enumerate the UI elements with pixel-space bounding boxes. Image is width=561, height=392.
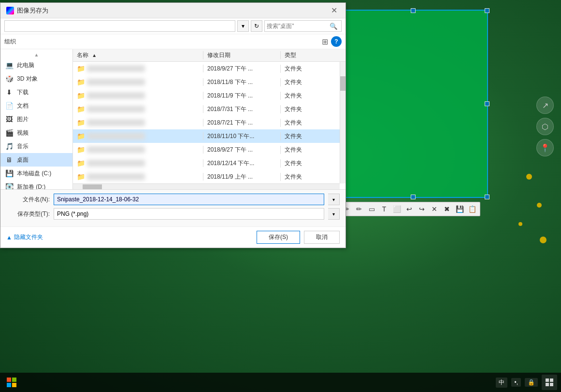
svg-rect-4 <box>546 378 549 382</box>
sidebar-label-documents: 文档 <box>17 102 29 110</box>
address-input[interactable] <box>4 20 235 32</box>
ime-chinese[interactable]: 中 <box>496 378 507 388</box>
table-row[interactable]: 📁 2018/7/31 下午 ... 文件夹 <box>73 102 345 116</box>
vscroll-thumb[interactable] <box>340 76 345 91</box>
deco-dot-4 <box>540 237 547 243</box>
sidebar-item-music[interactable]: 🎵 音乐 <box>0 140 72 153</box>
cancel-button[interactable]: 取消 <box>304 231 340 244</box>
nav-left: 组织 <box>4 38 16 46</box>
folder-icon: 📁 <box>77 132 85 140</box>
toolbar-save-btn[interactable]: 💾 <box>454 203 465 215</box>
deco-dot-2 <box>537 203 542 208</box>
sidebar-item-local-disk[interactable]: 💾 本地磁盘 (C:) <box>0 167 72 180</box>
file-list-vscroll[interactable] <box>340 62 345 183</box>
table-row[interactable]: 📁 2018/9/27 下午 ... 文件夹 <box>73 62 345 75</box>
ime-punctuation[interactable]: •, <box>511 378 521 387</box>
file-list-hscroll[interactable] <box>73 183 340 189</box>
table-row[interactable]: 📁 2018/11/10 下午... 文件夹 <box>73 129 345 143</box>
selection-rectangle[interactable] <box>338 10 488 198</box>
filetype-row: 保存类型(T): PNG (*.png) ▾ <box>6 208 340 220</box>
filetype-select[interactable]: PNG (*.png) <box>54 208 324 220</box>
ime-lock[interactable]: 🔒 <box>525 378 538 387</box>
toolbar-undo-btn[interactable]: ↩ <box>403 203 415 215</box>
filename-dropdown-btn[interactable]: ▾ <box>328 194 340 205</box>
search-input[interactable] <box>265 21 328 31</box>
folder-icon: 📁 <box>77 173 85 181</box>
file-type: 文件夹 <box>281 146 345 154</box>
filetype-dropdown-btn[interactable]: ▾ <box>328 208 340 220</box>
column-date[interactable]: 修改日期 <box>203 51 281 59</box>
folder-icon: 📁 <box>77 146 85 154</box>
sidebar-item-new-volume[interactable]: 💽 新加卷 (D:) <box>0 180 72 189</box>
nav-toolbar: 组织 ⊞ ? <box>0 34 345 49</box>
dialog-title: 图像另存为 <box>6 6 48 15</box>
toolbar-copy-btn[interactable]: 📋 <box>466 203 478 215</box>
table-row[interactable]: 📁 2018/9/27 下午 ... 文件夹 <box>73 143 345 156</box>
file-date: 2018/9/27 下午 ... <box>203 146 281 154</box>
table-row[interactable]: 📁 2018/11/9 下午 ... 文件夹 <box>73 89 345 102</box>
resize-handle-bm[interactable] <box>411 195 416 199</box>
sidebar-item-desktop[interactable]: 🖥 桌面 <box>0 153 72 167</box>
organize-label[interactable]: 组织 <box>4 38 16 46</box>
help-btn[interactable]: ? <box>331 36 342 47</box>
resize-handle-br[interactable] <box>485 195 489 199</box>
table-row[interactable]: 📁 2018/7/21 下午 ... 文件夹 <box>73 116 345 129</box>
toolbar-delete-btn[interactable]: ✕ <box>429 203 440 215</box>
dialog-close-button[interactable]: ✕ <box>328 5 340 16</box>
sidebar-item-downloads[interactable]: ⬇ 下载 <box>0 85 72 99</box>
toolbar-redo-btn[interactable]: ↪ <box>416 203 428 215</box>
sidebar-item-this-pc[interactable]: 💻 此电脑 <box>0 58 72 72</box>
sidebar-item-videos[interactable]: 🎬 视频 <box>0 126 72 140</box>
folder-icon: 📁 <box>77 159 85 167</box>
file-name-blurred <box>87 79 145 85</box>
hide-folders-toggle[interactable]: ▲ 隐藏文件夹 <box>6 233 43 241</box>
sidebar-item-pictures[interactable]: 🖼 图片 <box>0 112 72 126</box>
hscroll-thumb[interactable] <box>83 184 102 189</box>
file-list-header: 名称 ▲ 修改日期 类型 <box>73 49 345 62</box>
local-disk-icon: 💾 <box>4 168 14 178</box>
file-type: 文件夹 <box>281 78 345 86</box>
sidebar-label-downloads: 下载 <box>17 88 29 97</box>
taskbar-left <box>4 375 19 390</box>
side-tool-2[interactable]: ⬡ <box>536 118 554 135</box>
save-button[interactable]: 保存(S) <box>257 231 300 244</box>
toolbar-fill-btn[interactable]: ⬜ <box>391 203 403 215</box>
resize-handle-mr[interactable] <box>485 101 489 106</box>
address-refresh-btn[interactable]: ↻ <box>251 20 262 32</box>
column-name[interactable]: 名称 ▲ <box>73 51 203 59</box>
file-date: 2018/9/27 下午 ... <box>203 65 281 73</box>
table-row[interactable]: 📁 2018/11/8 下午 ... 文件夹 <box>73 75 345 89</box>
file-type: 文件夹 <box>281 92 345 100</box>
table-row[interactable]: 📁 2018/12/14 下午... 文件夹 <box>73 156 345 170</box>
side-tool-3[interactable]: 📍 <box>536 139 554 156</box>
save-image-dialog: 图像另存为 ✕ ▾ ↻ 🔍 组织 ⊞ ? <box>0 2 346 248</box>
side-tool-1[interactable]: ↗ <box>536 97 554 114</box>
action-buttons: 保存(S) 取消 <box>257 231 340 244</box>
toolbar-eraser-btn[interactable]: ✏ <box>353 203 365 215</box>
sidebar-label-this-pc: 此电脑 <box>17 61 34 70</box>
file-name-blurred <box>87 65 145 72</box>
file-name-blurred <box>87 133 145 140</box>
dialog-titlebar: 图像另存为 ✕ <box>0 3 345 18</box>
3d-objects-icon: 🎲 <box>4 74 14 84</box>
toolbar-cancel-btn[interactable]: ✖ <box>441 203 453 215</box>
windows-icon <box>6 7 14 14</box>
table-row[interactable]: 📁 2018/11/9 上午 ... 文件夹 <box>73 170 345 183</box>
sidebar-scroll-up[interactable]: ▲ <box>0 51 72 58</box>
address-dropdown-btn[interactable]: ▾ <box>237 20 249 32</box>
search-submit-btn[interactable]: 🔍 <box>328 20 339 32</box>
toolbar-text-btn[interactable]: T <box>378 203 390 215</box>
sidebar-item-documents[interactable]: 📄 文档 <box>0 99 72 112</box>
folder-icon: 📁 <box>77 92 85 99</box>
filename-input[interactable] <box>54 194 324 205</box>
filename-label: 文件名(N): <box>6 196 50 204</box>
folder-icon: 📁 <box>77 65 85 72</box>
resize-handle-tr[interactable] <box>485 8 489 13</box>
sidebar-item-3d[interactable]: 🎲 3D 对象 <box>0 72 72 85</box>
view-mode-btn[interactable]: ⊞ <box>322 37 328 46</box>
taskbar-windows-btn[interactable] <box>4 375 19 390</box>
taskbar-apps-btn[interactable] <box>542 375 557 390</box>
column-type[interactable]: 类型 <box>281 51 345 59</box>
resize-handle-tm[interactable] <box>411 8 416 13</box>
toolbar-rect-btn[interactable]: ▭ <box>366 203 377 215</box>
